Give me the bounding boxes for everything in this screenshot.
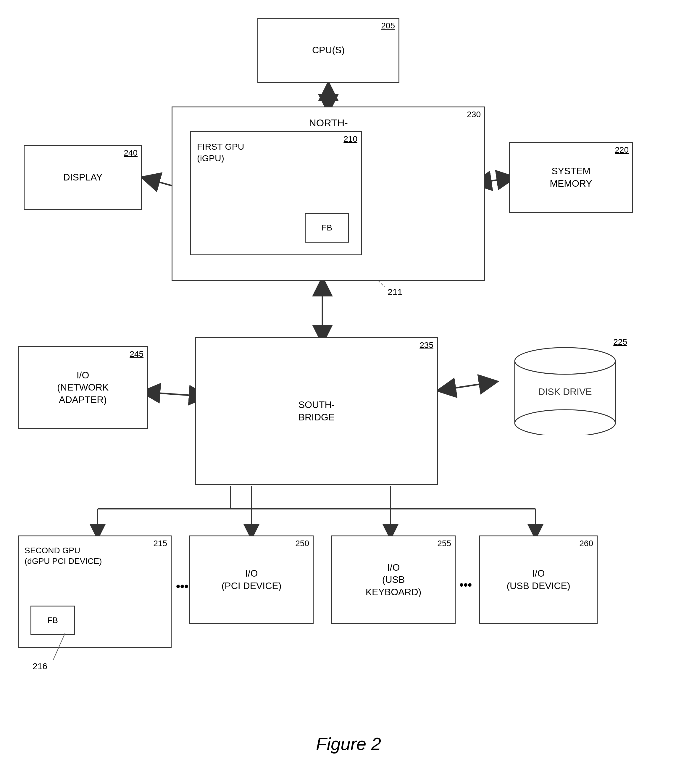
svg-line-5 (438, 382, 496, 390)
first-gpu-label: FIRST GPU(iGPU) (197, 141, 244, 164)
disk-cylinder-svg: DISK DRIVE (509, 343, 621, 435)
io-usb-keyboard-label: I/O(USBKEYBOARD) (366, 562, 421, 598)
system-memory-box: 220 SYSTEMMEMORY (509, 142, 633, 213)
io-pci-box: 250 I/O(PCI DEVICE) (189, 535, 313, 624)
io-pci-ref: 250 (295, 539, 309, 548)
cpu-label: CPU(S) (312, 44, 344, 56)
southbridge-label: SOUTH-BRIDGE (298, 399, 335, 423)
ref-211: 211 (387, 287, 402, 297)
io-network-label: I/O(NETWORKADAPTER) (57, 369, 109, 406)
display-ref: 240 (124, 148, 138, 158)
second-gpu-ref: 215 (153, 539, 167, 548)
io-usb-device-label: I/O(USB DEVICE) (506, 567, 570, 592)
io-usb-keyboard-ref: 255 (437, 539, 451, 548)
fb-dgpu-label: FB (47, 616, 58, 625)
display-label: DISPLAY (63, 171, 103, 184)
system-memory-label: SYSTEMMEMORY (550, 165, 592, 189)
caption-text: Figure 2 (316, 734, 381, 754)
diagram: 205 CPU(S) 230 NORTH-BRIDGE 210 FIRST GP… (0, 0, 697, 784)
io-usb-device-ref: 260 (579, 539, 593, 548)
svg-point-16 (515, 410, 615, 435)
svg-text:DISK DRIVE: DISK DRIVE (538, 386, 592, 397)
display-box: 240 DISPLAY (24, 145, 142, 210)
io-usb-device-box: 260 I/O(USB DEVICE) (479, 535, 598, 624)
fb-igpu-box: FB (305, 213, 349, 242)
fb-dgpu-box: FB (30, 606, 75, 635)
second-gpu-box: 215 SECOND GPU(dGPU PCI DEVICE) FB (18, 535, 171, 648)
fb-igpu-label: FB (321, 223, 332, 232)
system-memory-ref: 220 (615, 145, 629, 155)
io-network-ref: 245 (130, 349, 143, 359)
io-usb-keyboard-box: 255 I/O(USBKEYBOARD) (331, 535, 456, 624)
io-pci-label: I/O(PCI DEVICE) (222, 567, 282, 592)
disk-drive-box: 225 DISK DRIVE (497, 337, 633, 435)
southbridge-ref: 235 (420, 341, 433, 350)
dots-gpu-pci: ••• (176, 580, 188, 593)
svg-point-15 (515, 348, 615, 374)
southbridge-box: 235 SOUTH-BRIDGE (195, 337, 438, 485)
dots-usb: ••• (460, 578, 472, 592)
northbridge-ref: 230 (467, 110, 481, 119)
cpu-box: 205 CPU(S) (257, 18, 399, 83)
cpu-ref: 205 (381, 21, 395, 30)
first-gpu-box: 210 FIRST GPU(iGPU) FB (190, 131, 362, 255)
ref-216: 216 (33, 661, 47, 671)
io-network-box: 245 I/O(NETWORKADAPTER) (18, 346, 148, 429)
first-gpu-ref: 210 (343, 134, 358, 144)
figure-caption: Figure 2 (316, 734, 381, 760)
northbridge-box: 230 NORTH-BRIDGE 210 FIRST GPU(iGPU) FB (171, 107, 485, 281)
second-gpu-label: SECOND GPU(dGPU PCI DEVICE) (25, 545, 102, 567)
